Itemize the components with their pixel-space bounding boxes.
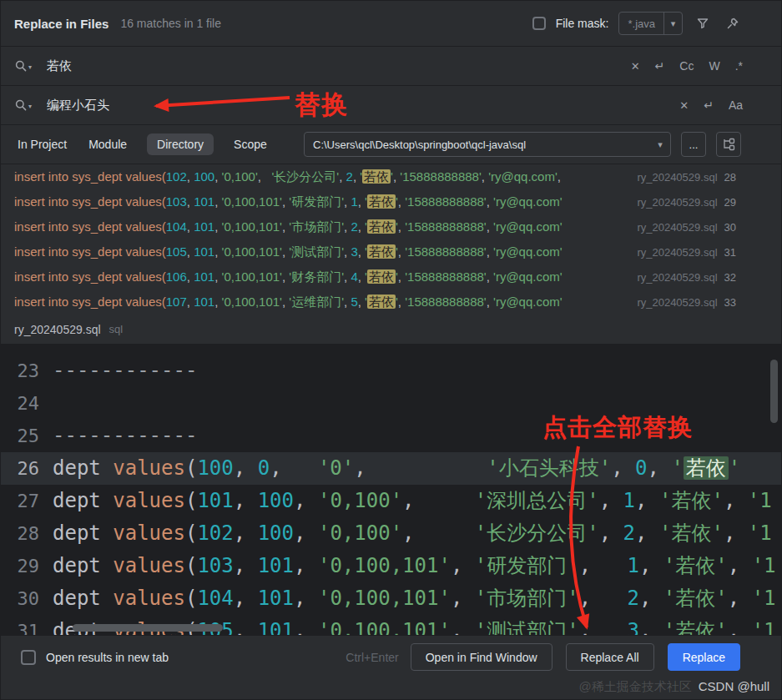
result-row-text: insert into sys_dept values(105, 101, '0… [14,244,628,260]
scope-tab-scope[interactable]: Scope [232,133,269,155]
result-row-text: insert into sys_dept values(103, 101, '0… [14,194,628,210]
result-row-file-ref: ry_20240529.sql31 [637,246,736,259]
result-row-file-ref: ry_20240529.sql29 [637,196,736,209]
browse-directory-button[interactable]: ... [681,132,706,157]
editor-vertical-scrollbar[interactable] [770,360,778,423]
match-case-toggle[interactable]: Cc [679,59,694,73]
editor-line-text: dept values(100, 0, '0', '小石头科技', 0, '若依… [53,452,740,485]
editor-line-text: dept values(103, 101, '0,100,101', '研发部门… [53,550,776,582]
search-row: ▾ 若依 ✕ ↵ Cc W .* [1,47,781,86]
directory-structure-button[interactable] [716,132,741,157]
editor-line-text: dept values(101, 100, '0,100', '深圳总公司', … [53,485,772,517]
search-history-button[interactable]: ▾ [14,59,32,73]
line-number: 27 [1,485,48,517]
line-number: 29 [1,550,48,582]
result-row[interactable]: insert into sys_dept values(105, 101, '0… [1,239,781,264]
pin-icon [726,17,739,30]
scope-tab-in-project[interactable]: In Project [16,133,68,155]
editor-line-text: ------------ [53,420,197,452]
open-results-new-tab-checkbox[interactable] [21,650,36,665]
line-number: 31 [1,615,48,637]
result-row-file-ref: ry_20240529.sql28 [637,171,736,184]
chevron-down-icon: ▾ [28,63,32,73]
clear-search-icon[interactable]: ✕ [631,60,640,73]
result-file-type: sql [109,323,124,335]
replace-history-button[interactable]: ▾ [14,98,32,112]
directory-path-value: C:\Users\qcl\Desktop\springboot\qcl-java… [305,138,650,151]
chevron-down-icon[interactable]: ▾ [650,139,670,150]
directory-path-combo[interactable]: C:\Users\qcl\Desktop\springboot\qcl-java… [304,132,671,157]
newline-icon[interactable]: ↵ [704,98,714,112]
whole-words-toggle[interactable]: W [709,59,719,73]
newline-icon[interactable]: ↵ [655,59,665,73]
line-number: 24 [1,387,48,420]
scope-tab-module[interactable]: Module [87,133,129,155]
editor-horizontal-scrollbar[interactable] [73,624,223,632]
result-row-text: insert into sys_dept values(102, 100, '0… [14,169,628,185]
result-row[interactable]: insert into sys_dept values(106, 101, '0… [1,264,781,290]
replace-in-files-dialog: Replace in Files 16 matches in 1 file Fi… [0,0,782,700]
result-row[interactable]: insert into sys_dept values(104, 101, '0… [1,214,781,239]
editor-line-text: dept values(104, 101, '0,100,101', '市场部门… [53,582,776,615]
result-row-file-ref: ry_20240529.sql32 [637,271,736,284]
result-row[interactable]: insert into sys_dept values(103, 101, '0… [1,189,781,214]
pin-button[interactable] [723,13,743,33]
line-number: 23 [1,355,48,387]
line-number: 30 [1,582,48,615]
chevron-down-icon[interactable]: ▾ [663,13,682,34]
result-row-text: insert into sys_dept values(104, 101, '0… [14,219,628,235]
result-file-group[interactable]: ry_20240529.sql sql [1,315,781,345]
editor-line-24[interactable]: 24 [1,387,781,420]
editor-line-25[interactable]: 25------------ [1,420,781,452]
editor-line-27[interactable]: 27dept values(101, 100, '0,100', '深圳总公司'… [1,485,781,517]
file-mask-checkbox[interactable] [532,17,546,30]
tree-structure-icon [722,138,735,151]
preserve-case-toggle[interactable]: Aa [729,98,743,112]
shortcut-hint: Ctrl+Enter [346,651,398,664]
replace-controls: ✕ ↵ Aa [679,98,743,112]
editor-lines: 23------------2425------------26dept val… [1,355,781,637]
footer-actions: Open results in new tab Ctrl+Enter Open … [1,636,781,671]
editor-line-23[interactable]: 23------------ [1,355,781,387]
scope-tabs: In ProjectModuleDirectoryScope [16,133,269,155]
scope-row: In ProjectModuleDirectoryScope C:\Users\… [1,125,781,164]
result-row-file-ref: ry_20240529.sql30 [637,221,736,234]
file-mask-label: File mask: [556,17,609,30]
line-number: 26 [1,452,48,485]
match-summary: 16 matches in 1 file [120,17,221,30]
filter-button[interactable] [693,13,713,33]
file-mask-combo[interactable]: *.java ▾ [618,12,683,35]
open-results-new-tab-label: Open results in new tab [46,651,169,664]
results-list: insert into sys_dept values(102, 100, '0… [1,164,781,315]
result-file-name: ry_20240529.sql [14,323,101,336]
editor-line-28[interactable]: 28dept values(102, 100, '0,100', '长沙分公司'… [1,517,781,550]
open-in-find-window-button[interactable]: Open in Find Window [411,643,552,671]
result-row-text: insert into sys_dept values(106, 101, '0… [14,269,628,285]
scope-tab-directory[interactable]: Directory [147,133,214,155]
watermark-main-text: CSDN @hull [699,679,769,695]
header-controls: File mask: *.java ▾ [532,12,743,35]
editor-line-26[interactable]: 26dept values(100, 0, '0', '小石头科技', 0, '… [1,452,781,485]
replace-all-button[interactable]: Replace All [566,643,654,671]
editor-line-30[interactable]: 30dept values(104, 101, '0,100,101', '市场… [1,582,781,615]
result-row[interactable]: insert into sys_dept values(107, 101, '0… [1,290,781,315]
dialog-header: Replace in Files 16 matches in 1 file Fi… [1,1,781,47]
result-row-text: insert into sys_dept values(107, 101, '0… [14,295,628,310]
editor-line-29[interactable]: 29dept values(103, 101, '0,100,101', '研发… [1,550,781,582]
footer-bar: Open results in new tab Ctrl+Enter Open … [1,635,781,699]
dialog-title: Replace in Files [14,17,108,31]
editor-preview: 23------------2425------------26dept val… [1,345,781,637]
file-mask-value: *.java [619,18,663,30]
search-input[interactable]: 若依 [47,58,623,74]
regex-toggle[interactable]: .* [735,59,743,73]
search-icon [14,59,28,73]
result-row-file-ref: ry_20240529.sql33 [637,296,736,309]
line-number: 28 [1,517,48,550]
replace-button[interactable]: Replace [668,643,740,671]
replace-input[interactable]: 编程小石头 [47,98,671,113]
watermark-faint-text: @稀土掘金技术社区 [579,679,692,695]
clear-replace-icon[interactable]: ✕ [679,99,689,112]
editor-line-text: dept values(102, 100, '0,100', '长沙分公司', … [53,517,772,550]
filter-icon [696,17,709,30]
result-row[interactable]: insert into sys_dept values(102, 100, '0… [1,164,781,189]
